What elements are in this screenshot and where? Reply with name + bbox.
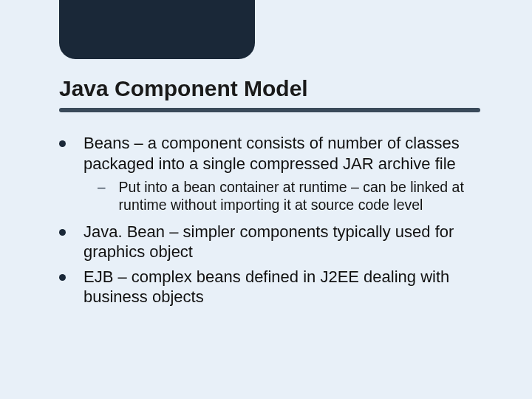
dash-icon: – [98, 179, 106, 195]
bullet-text: Beans – a component consists of number o… [83, 133, 484, 174]
bullet-item: Beans – a component consists of number o… [59, 133, 484, 174]
sub-bullet-text: Put into a bean container at runtime – c… [119, 178, 484, 214]
bullet-text: Java. Bean – simpler components typicall… [83, 222, 484, 262]
slide-body: Beans – a component consists of number o… [59, 133, 484, 312]
slide-header-decoration [0, 0, 532, 59]
header-dark-block [59, 0, 255, 59]
bullet-item: Java. Bean – simpler components typicall… [59, 222, 484, 262]
bullet-icon [59, 140, 66, 147]
bullet-icon [59, 274, 66, 281]
bullet-icon [59, 229, 66, 236]
sub-bullet-item: – Put into a bean container at runtime –… [98, 178, 484, 214]
slide-title: Java Component Model [59, 76, 308, 101]
bullet-text: EJB – complex beans defined in J2EE deal… [83, 267, 484, 307]
title-underline [59, 108, 480, 112]
bullet-item: EJB – complex beans defined in J2EE deal… [59, 267, 484, 307]
